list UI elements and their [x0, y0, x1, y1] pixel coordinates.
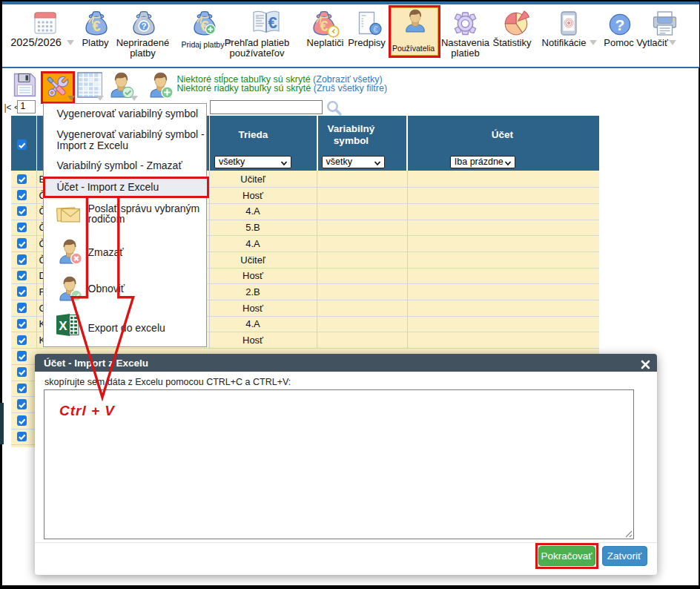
svg-text:€: € — [373, 24, 378, 35]
svg-text:?: ? — [141, 22, 146, 30]
svg-text:?: ? — [615, 16, 624, 33]
svg-text:€: € — [268, 13, 277, 32]
svg-text:X: X — [59, 319, 67, 333]
